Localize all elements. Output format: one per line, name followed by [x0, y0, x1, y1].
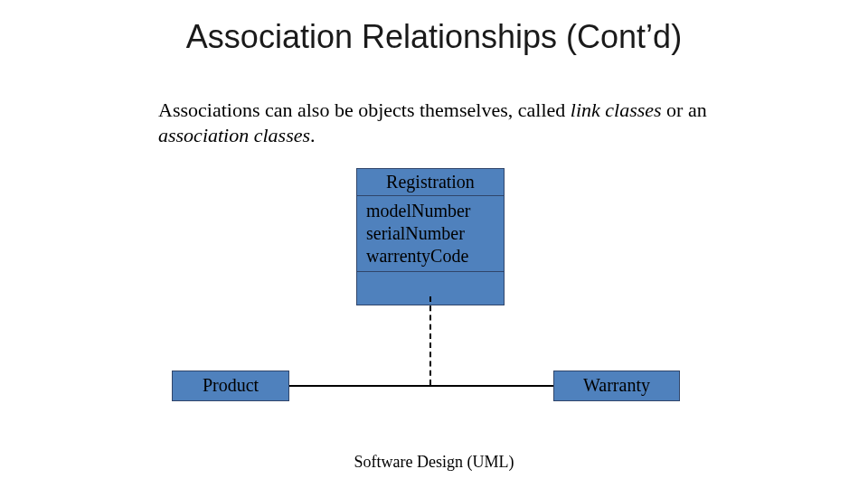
uml-association-class-registration: Registration modelNumber serialNumber wa…	[356, 168, 505, 305]
uml-attribute: modelNumber	[366, 200, 495, 222]
body-paragraph: Associations can also be objects themsel…	[158, 98, 719, 147]
uml-attribute: serialNumber	[366, 222, 495, 245]
uml-attribute: warrentyCode	[366, 245, 495, 267]
uml-class-warranty: Warranty	[553, 371, 680, 401]
slide-title: Association Relationships (Cont’d)	[0, 18, 868, 56]
uml-class-attributes: modelNumber serialNumber warrentyCode	[357, 195, 504, 271]
body-text-pre: Associations can also be objects themsel…	[158, 99, 571, 121]
slide: Association Relationships (Cont’d) Assoc…	[0, 0, 868, 488]
body-text-italic-link-classes: link classes	[571, 99, 662, 121]
uml-class-product: Product	[172, 371, 289, 401]
uml-class-name: Registration	[357, 169, 504, 195]
uml-association-line	[289, 385, 553, 387]
body-text-italic-association-classes: association classes	[158, 124, 310, 146]
body-text-mid: or an	[662, 99, 707, 121]
uml-dashed-connector	[429, 296, 431, 385]
slide-footer: Software Design (UML)	[0, 453, 868, 472]
body-text-post: .	[310, 124, 316, 146]
